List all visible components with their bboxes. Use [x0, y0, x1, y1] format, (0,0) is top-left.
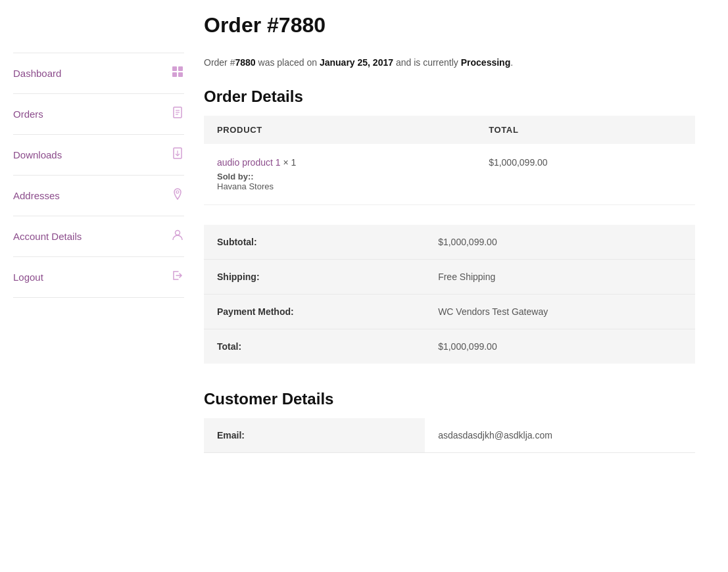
subtotal-row: Subtotal: $1,000,099.00 [204, 225, 695, 260]
subtotal-value: $1,000,099.00 [425, 225, 695, 260]
order-status: Processing [461, 57, 510, 68]
shipping-row: Shipping: Free Shipping [204, 260, 695, 295]
sold-by: Sold by:: Havana Stores [217, 172, 462, 191]
sidebar-item-orders[interactable]: Orders [13, 94, 184, 135]
customer-details-title: Customer Details [204, 390, 695, 408]
intro-status-prefix: and is currently [396, 57, 461, 68]
payment-row: Payment Method: WC Vendors Test Gateway [204, 295, 695, 329]
sidebar-item-dashboard[interactable]: Dashboard [13, 53, 184, 94]
sold-by-label: Sold by:: [217, 172, 254, 181]
payment-label: Payment Method: [204, 295, 425, 329]
product-quantity: × 1 [283, 157, 296, 168]
sidebar-item-logout[interactable]: Logout [13, 257, 184, 298]
page-title: Order #7880 [204, 13, 695, 37]
downloads-icon [171, 147, 184, 163]
sidebar-item-addresses[interactable]: Addresses [13, 176, 184, 216]
svg-rect-2 [172, 72, 177, 77]
order-details-title: Order Details [204, 87, 695, 106]
order-intro: Order #7880 was placed on January 25, 20… [204, 57, 695, 68]
svg-rect-3 [178, 72, 183, 77]
main-content: Order #7880 Order #7880 was placed on Ja… [184, 13, 715, 453]
shipping-label: Shipping: [204, 260, 425, 295]
sold-by-store: Havana Stores [217, 181, 274, 191]
order-number: 7880 [235, 57, 255, 68]
addresses-icon [171, 187, 184, 204]
email-row: Email: asdasdasdjkh@asdklja.com [204, 418, 695, 453]
product-cell: audio product 1 × 1 Sold by:: Havana Sto… [204, 144, 475, 205]
payment-value: WC Vendors Test Gateway [425, 295, 695, 329]
customer-table: Email: asdasdasdjkh@asdklja.com [204, 418, 695, 453]
total-row: Total: $1,000,099.00 [204, 329, 695, 364]
intro-middle: was placed on [258, 57, 320, 68]
product-price: $1,000,099.00 [475, 144, 695, 205]
product-name: audio product 1 [217, 157, 281, 168]
total-value: $1,000,099.00 [425, 329, 695, 364]
svg-point-11 [176, 231, 180, 235]
subtotal-label: Subtotal: [204, 225, 425, 260]
shipping-value: Free Shipping [425, 260, 695, 295]
svg-point-10 [176, 191, 179, 193]
orders-icon [171, 106, 184, 122]
account-details-icon [171, 228, 184, 245]
sidebar-item-downloads[interactable]: Downloads [13, 135, 184, 176]
summary-table: Subtotal: $1,000,099.00 Shipping: Free S… [204, 225, 695, 364]
col-product: PRODUCT [204, 116, 475, 144]
svg-rect-0 [172, 66, 177, 71]
email-label: Email: [204, 418, 425, 453]
sidebar-item-account-details[interactable]: Account Details [13, 216, 184, 257]
col-total: TOTAL [475, 116, 695, 144]
table-row: audio product 1 × 1 Sold by:: Havana Sto… [204, 144, 695, 205]
total-label: Total: [204, 329, 425, 364]
order-date: January 25, 2017 [320, 57, 393, 68]
dashboard-icon [171, 65, 184, 82]
logout-icon [171, 269, 184, 285]
svg-rect-1 [178, 66, 183, 71]
order-details-table: PRODUCT TOTAL audio product 1 × 1 Sold b… [204, 116, 695, 205]
sidebar: Dashboard Orders [13, 13, 184, 453]
email-value: asdasdasdjkh@asdklja.com [425, 418, 695, 453]
